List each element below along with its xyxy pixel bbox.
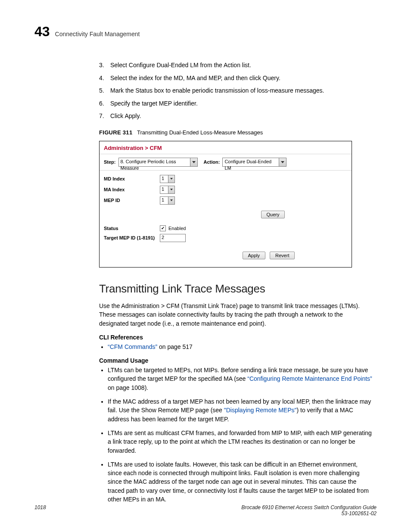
mep-id-label: MEP ID	[104, 198, 160, 203]
ma-index-label: MA Index	[104, 187, 160, 192]
list-item: LTMs can be targeted to MEPs, not MIPs. …	[108, 366, 372, 392]
figure-screenshot: Administration > CFM Step: 8. Configure …	[99, 141, 352, 268]
chevron-down-icon	[168, 186, 174, 193]
list-item: LTMs are sent as multicast CFM frames, a…	[108, 429, 372, 455]
apply-button[interactable]: Apply	[243, 252, 266, 259]
step-number: 6.	[99, 100, 105, 108]
cross-reference-link[interactable]: “Configuring Remote Maintenance End Poin…	[247, 375, 372, 382]
chevron-down-icon	[168, 175, 174, 183]
action-label: Action:	[204, 159, 220, 165]
query-button[interactable]: Query	[261, 211, 285, 218]
md-index-select[interactable]: 1	[160, 175, 175, 183]
figure-caption: FIGURE 311 Transmitting Dual-Ended Loss-…	[99, 129, 377, 136]
chapter-number: 43	[34, 24, 50, 40]
step-number: 3.	[99, 61, 105, 70]
chevron-down-icon	[279, 158, 286, 166]
page-number: 1018	[34, 504, 46, 516]
target-mep-label: Target MEP ID (1-8191)	[104, 235, 160, 240]
figure-label: FIGURE 311	[99, 129, 132, 136]
chevron-down-icon	[190, 158, 197, 166]
step-number: 4.	[99, 74, 105, 83]
cross-reference-link[interactable]: "Displaying Remote MEPs"	[224, 407, 297, 414]
step-select[interactable]: 8. Configure Periodic Loss Measure	[118, 158, 198, 167]
section-heading: Transmitting Link Trace Messages	[99, 282, 377, 296]
step-text: Specify the target MEP identifier.	[110, 100, 198, 108]
step-number: 7.	[99, 112, 105, 121]
status-text: Enabled	[168, 226, 186, 231]
step-select-value: 8. Configure Periodic Loss Measure	[121, 159, 176, 171]
figure-caption-text: Transmitting Dual-Ended Loss-Measure Mes…	[137, 129, 263, 136]
document-number: 53-1002651-02	[241, 510, 377, 516]
ma-index-select[interactable]: 1	[160, 186, 175, 194]
ma-index-value: 1	[162, 187, 164, 192]
status-checkbox[interactable]: ✔	[160, 225, 166, 231]
breadcrumb: Administration > CFM	[100, 141, 352, 154]
md-index-value: 1	[162, 176, 164, 181]
step-text: Click Apply.	[110, 112, 141, 121]
md-index-label: MD Index	[104, 176, 160, 181]
step-number: 5.	[99, 87, 105, 95]
step-text: Select Configure Dual-Ended LM from the …	[110, 61, 251, 70]
bullet-text: on page 1008).	[108, 384, 148, 391]
mep-id-value: 1	[162, 197, 164, 202]
status-label: Status	[104, 226, 160, 231]
list-item: “CFM Commands” on page 517	[108, 342, 372, 351]
body-paragraph: Use the Administration > CFM (Transmit L…	[99, 302, 372, 328]
cross-reference-link[interactable]: “CFM Commands”	[108, 343, 157, 350]
action-select-value: Configure Dual-Ended LM	[224, 159, 271, 171]
cli-ref-tail: on page 517	[157, 343, 193, 350]
list-item: LTMs are used to isolate faults. However…	[108, 460, 372, 504]
command-usage-heading: Command Usage	[99, 357, 377, 364]
step-text: Select the index for the MD, MA and MEP,…	[110, 74, 280, 83]
revert-button[interactable]: Revert	[270, 252, 295, 259]
step-label: Step:	[104, 159, 116, 165]
step-text: Mark the Status box to enable periodic t…	[110, 87, 324, 95]
action-select[interactable]: Configure Dual-Ended LM	[222, 158, 286, 167]
chapter-title: Connectivity Fault Management	[55, 31, 140, 37]
document-title: Brocade 6910 Ethernet Access Switch Conf…	[241, 504, 377, 510]
list-item: If the MAC address of a target MEP has n…	[108, 397, 372, 423]
mep-id-select[interactable]: 1	[160, 196, 175, 205]
chevron-down-icon	[168, 197, 174, 204]
cli-references-heading: CLI References	[99, 334, 377, 341]
step-list: 3.Select Configure Dual-Ended LM from th…	[99, 61, 377, 121]
target-mep-input[interactable]: 2	[160, 234, 186, 242]
